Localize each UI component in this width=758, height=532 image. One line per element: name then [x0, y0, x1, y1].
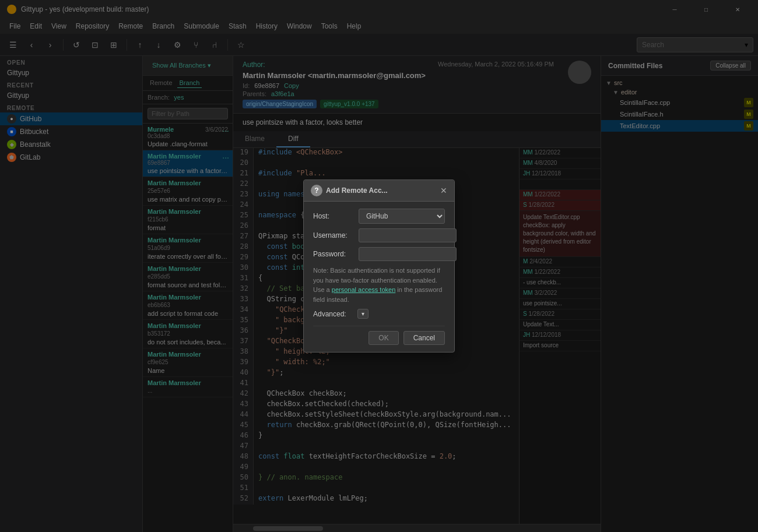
password-label: Password:	[313, 250, 354, 258]
dialog-overlay: ? Add Remote Acc... ✕ Host: GitHub Bitbu…	[0, 0, 758, 532]
question-icon: ?	[311, 185, 322, 196]
personal-access-token-link[interactable]: personal access token	[332, 286, 395, 293]
dialog-body: Host: GitHub Bitbucket GitLab Username: …	[304, 202, 454, 352]
username-row: Username:	[313, 228, 445, 242]
ok-button[interactable]: OK	[369, 331, 398, 345]
host-select[interactable]: GitHub Bitbucket GitLab	[359, 209, 445, 224]
password-row: Password:	[313, 247, 445, 261]
advanced-toggle-button[interactable]: ▾	[357, 309, 369, 319]
dialog-note: Note: Basic authentication is not suppor…	[313, 266, 445, 304]
host-label: Host:	[313, 212, 354, 220]
advanced-row: Advanced: ▾	[313, 309, 445, 319]
password-input[interactable]	[359, 247, 457, 261]
username-input[interactable]	[359, 228, 457, 242]
username-label: Username:	[313, 231, 354, 239]
dialog-titlebar: ? Add Remote Acc... ✕	[304, 180, 454, 202]
advanced-label: Advanced:	[313, 310, 354, 318]
cancel-button[interactable]: Cancel	[403, 331, 445, 345]
add-remote-dialog: ? Add Remote Acc... ✕ Host: GitHub Bitbu…	[303, 179, 455, 353]
dialog-close-button[interactable]: ✕	[440, 186, 447, 195]
dialog-title-text: Add Remote Acc...	[326, 186, 388, 195]
dialog-footer: OK Cancel	[313, 326, 445, 345]
host-row: Host: GitHub Bitbucket GitLab	[313, 209, 445, 224]
dialog-title: ? Add Remote Acc...	[311, 185, 388, 196]
